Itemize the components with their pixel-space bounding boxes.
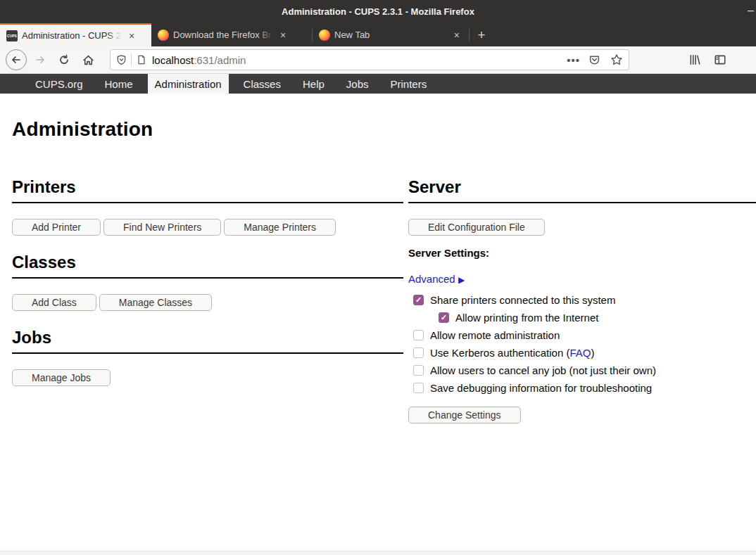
- jobs-buttons: Manage Jobs: [12, 369, 403, 386]
- faq-link[interactable]: FAQ: [569, 347, 591, 359]
- page-footer-strip: [0, 551, 756, 555]
- advanced-link[interactable]: Advanced: [408, 273, 455, 285]
- find-new-printers-button[interactable]: Find New Printers: [103, 219, 221, 236]
- checkbox-label: Save debugging information for troublesh…: [430, 382, 652, 394]
- cups-favicon-icon: CUPS: [6, 30, 18, 42]
- checkbox-label: Use Kerberos authentication (FAQ): [430, 347, 594, 359]
- tab-close-icon[interactable]: ×: [451, 30, 462, 40]
- add-printer-button[interactable]: Add Printer: [12, 219, 101, 236]
- server-heading: Server: [408, 177, 756, 197]
- pocket-icon[interactable]: [588, 54, 600, 66]
- window-title: Administration - CUPS 2.3.1 - Mozilla Fi…: [282, 6, 474, 17]
- tab-title: New Tab: [334, 30, 391, 40]
- setting-checkbox-row: ✓Allow printing from the Internet: [439, 309, 756, 326]
- minimize-button[interactable]: –: [748, 4, 756, 17]
- printers-heading: Printers: [12, 177, 403, 197]
- tab-download-firefox[interactable]: Download the Firefox Br ×: [151, 23, 312, 46]
- new-tab-button[interactable]: +: [470, 23, 493, 46]
- setting-checkbox-row: Allow remote administration: [413, 326, 756, 344]
- nav-item-home[interactable]: Home: [98, 74, 140, 94]
- urlbar-divider: [131, 53, 132, 66]
- cups-nav-bar: CUPS.org Home Administration Classes Hel…: [0, 74, 756, 94]
- add-class-button[interactable]: Add Class: [12, 294, 96, 311]
- sidebar-icon: [714, 53, 726, 66]
- tab-title-fade: [106, 30, 122, 41]
- printers-rule: [12, 202, 403, 203]
- classes-heading: Classes: [12, 253, 403, 272]
- checkbox-label: Allow users to cancel any job (not just …: [430, 364, 656, 376]
- classes-buttons: Add Class Manage Classes: [12, 294, 403, 311]
- setting-checkbox-row: Save debugging information for troublesh…: [413, 379, 756, 397]
- advanced-row: Advanced ▶: [408, 273, 756, 285]
- reload-icon: [58, 54, 70, 65]
- library-button[interactable]: [684, 49, 705, 70]
- nav-item-help[interactable]: Help: [296, 74, 332, 94]
- nav-item-jobs[interactable]: Jobs: [339, 74, 376, 94]
- nav-item-classes[interactable]: Classes: [237, 74, 288, 94]
- url-bar[interactable]: localhost:631/admin •••: [110, 49, 629, 70]
- checkbox-checked-icon[interactable]: ✓: [439, 312, 449, 323]
- page-title: Administration: [12, 118, 756, 141]
- firefox-favicon-icon: [319, 30, 330, 41]
- nav-item-printers[interactable]: Printers: [384, 74, 434, 94]
- forward-arrow-icon: [34, 54, 46, 65]
- forward-button[interactable]: [30, 49, 51, 70]
- library-icon: [688, 53, 701, 66]
- tab-close-icon[interactable]: ×: [277, 30, 289, 40]
- server-buttons: Edit Configuration File: [408, 219, 756, 236]
- checkbox-label: Share printers connected to this system: [430, 294, 615, 306]
- tracking-shield-icon[interactable]: [116, 54, 127, 65]
- left-column: Printers Add Printer Find New Printers M…: [12, 141, 403, 386]
- checkbox-unchecked-icon[interactable]: [413, 347, 424, 358]
- right-column: Server Edit Configuration File Server Se…: [408, 141, 756, 423]
- manage-printers-button[interactable]: Manage Printers: [224, 219, 336, 236]
- nav-item-administration[interactable]: Administration: [148, 74, 229, 94]
- checkbox-checked-icon[interactable]: ✓: [413, 295, 424, 305]
- server-rule: [408, 202, 756, 203]
- tab-new-tab[interactable]: New Tab ×: [313, 23, 469, 46]
- tab-title: Administration - CUPS 2.: [22, 30, 122, 41]
- checkbox-unchecked-icon[interactable]: [413, 383, 424, 393]
- firefox-favicon-icon: [158, 30, 169, 41]
- back-arrow-icon: [11, 54, 22, 65]
- manage-jobs-button[interactable]: Manage Jobs: [12, 369, 111, 386]
- tab-title-fade: [258, 30, 273, 40]
- back-button[interactable]: [6, 49, 27, 70]
- setting-checkbox-row: Allow users to cancel any job (not just …: [413, 362, 756, 379]
- sidebar-button[interactable]: [710, 49, 731, 70]
- url-text[interactable]: localhost:631/admin: [152, 54, 567, 66]
- checkbox-unchecked-icon[interactable]: [413, 330, 424, 340]
- tab-close-icon[interactable]: ×: [126, 31, 137, 41]
- change-settings-row: Change Settings: [408, 407, 756, 423]
- server-settings-label: Server Settings:: [408, 247, 756, 259]
- setting-checkbox-row: Use Kerberos authentication (FAQ): [413, 344, 756, 362]
- page-info-icon[interactable]: [137, 54, 146, 65]
- manage-classes-button[interactable]: Manage Classes: [99, 294, 212, 311]
- toolbar-right-icons: [636, 49, 721, 70]
- window-titlebar: Administration - CUPS 2.3.1 - Mozilla Fi…: [0, 0, 756, 23]
- checkbox-unchecked-icon[interactable]: [413, 365, 424, 376]
- page-content: Administration Printers Add Printer Find…: [0, 118, 756, 423]
- home-button[interactable]: [77, 49, 99, 70]
- browser-toolbar: localhost:631/admin •••: [0, 46, 756, 74]
- bookmark-star-icon[interactable]: [610, 53, 623, 66]
- classes-rule: [12, 277, 403, 279]
- edit-configuration-file-button[interactable]: Edit Configuration File: [408, 219, 545, 236]
- nav-item-cups-org[interactable]: CUPS.org: [28, 74, 90, 94]
- checkbox-label: Allow printing from the Internet: [455, 312, 598, 324]
- printers-buttons: Add Printer Find New Printers Manage Pri…: [12, 219, 403, 236]
- change-settings-button[interactable]: Change Settings: [408, 407, 521, 423]
- url-host: localhost: [152, 54, 194, 66]
- reload-button[interactable]: [53, 49, 75, 70]
- tab-bar: CUPS Administration - CUPS 2. × Download…: [0, 23, 756, 46]
- url-path: :631/admin: [194, 54, 246, 66]
- advanced-arrow-icon[interactable]: ▶: [458, 275, 465, 285]
- tab-administration-cups[interactable]: CUPS Administration - CUPS 2. ×: [0, 23, 151, 46]
- jobs-rule: [12, 352, 403, 354]
- jobs-heading: Jobs: [12, 328, 403, 347]
- tab-title: Download the Firefox Br: [173, 30, 273, 40]
- home-icon: [82, 54, 94, 66]
- server-settings-checkbox-list: ✓Share printers connected to this system…: [408, 291, 756, 397]
- page-actions-icon[interactable]: •••: [567, 54, 580, 66]
- setting-checkbox-row: ✓Share printers connected to this system: [413, 291, 756, 309]
